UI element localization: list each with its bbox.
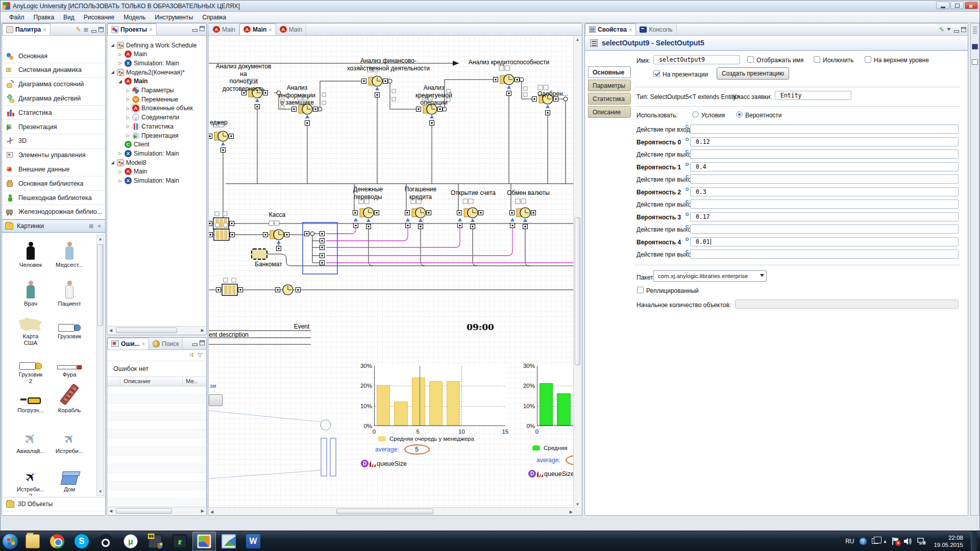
scroll-left-icon[interactable]: ◀ — [210, 510, 213, 514]
create-presentation-button[interactable]: Создать презентацию — [717, 67, 789, 80]
canvas-vscroll-thumb[interactable] — [575, 217, 580, 365]
palette-minimize-icon[interactable] — [91, 27, 96, 32]
picture-item-fighter[interactable]: ✈Истреби... — [50, 426, 89, 455]
taskbar-app-photo-viewer[interactable] — [217, 532, 240, 551]
picture-item-doctor[interactable]: Врач — [11, 279, 50, 307]
action-input[interactable] — [690, 149, 959, 159]
properties-nav-Основные[interactable]: Основные — [588, 66, 631, 78]
checkbox-show-name[interactable] — [747, 56, 754, 63]
radio-Вероятности[interactable] — [736, 111, 743, 118]
palette-section-pictures[interactable]: Картинки ⊞× — [2, 219, 105, 233]
palette-layout-icon[interactable]: ⊞ — [84, 27, 88, 33]
window-stack-icon[interactable] — [872, 538, 878, 544]
tree-expand-icon[interactable]: ▷ — [126, 106, 130, 111]
tab-console[interactable]: Консоль — [636, 23, 676, 35]
tree-item-Defining-a-Work-Schedule[interactable]: ◢Defining a Work Schedule — [110, 41, 197, 49]
chart0-caption[interactable]: D queueSize — [361, 460, 407, 467]
scroll-left-icon[interactable]: ◀ — [109, 509, 112, 513]
tab-projects[interactable]: Проекты × — [107, 23, 157, 35]
tree-expand-icon[interactable]: ▷ — [118, 151, 122, 156]
palette-section[interactable]: Основная библиотека — [2, 177, 105, 191]
errors-maximize-icon[interactable] — [200, 340, 205, 345]
pictures-scrollbar[interactable]: ▲ ▼ — [96, 235, 104, 496]
tree-item-Main[interactable]: ◢AMain — [118, 77, 148, 86]
view-menu-icon[interactable] — [947, 28, 951, 33]
picture-item-ship[interactable]: Корабль — [50, 385, 89, 414]
taskbar-app-chrome[interactable] — [45, 532, 69, 551]
picture-item-map[interactable]: Карта США — [11, 311, 50, 346]
scroll-right-icon[interactable]: ▶ — [201, 509, 204, 513]
action-input[interactable] — [690, 199, 959, 209]
properties-tab-close-icon[interactable]: × — [629, 27, 632, 33]
errors-col-location[interactable]: Ме.. — [183, 377, 206, 386]
scroll-right-icon[interactable]: ▶ — [570, 510, 573, 514]
menu-item-Вид[interactable]: Вид — [59, 13, 79, 22]
scroll-up-icon[interactable]: ▲ — [575, 37, 580, 42]
action-input[interactable] — [690, 124, 959, 134]
tree-item-Simulation-Main[interactable]: ▷XSimulation: Main — [118, 59, 179, 67]
probability-input[interactable]: 0.17 — [690, 212, 959, 221]
action-input[interactable] — [690, 174, 959, 184]
tree-collapse-icon[interactable]: ◢ — [110, 43, 115, 47]
taskbar-app-antivirus[interactable]: 99 — [143, 532, 167, 551]
tree-item-Model8[interactable]: ◢Model8 — [110, 158, 146, 167]
action-center-flag-icon[interactable]: ✕ — [892, 537, 899, 545]
scroll-left-icon[interactable]: ◀ — [109, 328, 112, 333]
errors-tab-close-icon[interactable]: × — [142, 341, 145, 347]
menu-item-Справка[interactable]: Справка — [198, 13, 231, 22]
picture-item-house[interactable]: Дом — [50, 464, 89, 493]
window-maximize-button[interactable] — [950, 2, 964, 9]
network-icon[interactable] — [917, 537, 926, 545]
checkbox-replicated[interactable] — [637, 287, 644, 293]
window-minimize-button[interactable] — [936, 2, 949, 9]
tree-item-Статистика[interactable]: ▷Статистика — [126, 122, 174, 131]
palette-tab-close-icon[interactable]: × — [43, 27, 46, 33]
editor-tab-close-icon[interactable]: × — [268, 27, 272, 33]
palette-section[interactable]: Диаграмма действий — [2, 91, 105, 106]
properties-nav-Статистика[interactable]: Статистика — [588, 93, 631, 105]
help-tray-icon[interactable]: ? — [859, 537, 867, 545]
taskbar-app-steam[interactable] — [94, 532, 118, 551]
name-input[interactable]: selectOutput9 — [653, 55, 740, 64]
new-view-icon[interactable]: ✎ — [939, 26, 944, 33]
tree-item-Соединители[interactable]: ▷₂Соединители — [126, 113, 179, 122]
page-fastview-icon[interactable] — [972, 59, 978, 65]
probability-input[interactable]: 0.3 — [690, 187, 959, 196]
tree-expand-icon[interactable]: ▷ — [118, 169, 122, 174]
palette-section[interactable]: Элементы управления — [2, 148, 105, 163]
palette-section[interactable]: Статистика — [2, 106, 105, 120]
palettes-link-row[interactable]: Палитры... — [2, 511, 105, 515]
volume-icon[interactable] — [903, 537, 912, 545]
probability-input[interactable]: 0.12 — [690, 137, 959, 146]
properties-nav-Параметры[interactable]: Параметры — [588, 80, 631, 91]
menu-item-Правка[interactable]: Правка — [29, 13, 59, 22]
projects-hscrollbar[interactable]: ◀ ▶ — [108, 326, 206, 334]
projects-scroll-thumb[interactable] — [116, 328, 177, 333]
canvas-vscrollbar[interactable]: ▲ ▼ — [573, 36, 581, 508]
taskbar-app-skype[interactable]: S — [70, 532, 93, 551]
pictures-close-icon[interactable]: × — [98, 223, 101, 230]
scroll-right-icon[interactable]: ▶ — [201, 328, 204, 333]
chart1-caption[interactable]: D queueSize1 — [528, 470, 574, 478]
editor-tab-main-2[interactable]: AMain — [276, 23, 306, 35]
errors-menu-icon[interactable]: ▽ — [198, 352, 202, 358]
tree-item-Презентация[interactable]: ▷Презентация — [126, 131, 179, 140]
palette-maximize-icon[interactable] — [99, 27, 104, 32]
scroll-up-icon[interactable]: ▲ — [98, 237, 103, 241]
errors-scroll-thumb[interactable] — [116, 508, 172, 514]
picture-item-truck-yellow[interactable]: Грузовик 2 — [11, 349, 50, 385]
tree-expand-icon[interactable]: ▷ — [126, 97, 130, 102]
picture-item-truck-blue[interactable]: Грузовик — [50, 311, 89, 340]
tree-item-Client[interactable]: CClient — [118, 140, 150, 149]
menu-item-Инструменты[interactable]: Инструменты — [150, 13, 198, 22]
palette-pencil-icon[interactable]: ✎ — [76, 26, 81, 33]
palette-section[interactable]: Железнодорожная библио... — [2, 205, 105, 219]
window-close-button[interactable] — [965, 2, 978, 9]
picture-item-airliner[interactable]: ✈Авиалай... — [11, 426, 50, 455]
pictures-scroll-thumb[interactable] — [97, 244, 103, 326]
tree-expand-icon[interactable]: ▷ — [126, 133, 130, 138]
radio-Условия[interactable] — [692, 111, 699, 118]
tree-item-Main[interactable]: ▷AMain — [118, 167, 147, 176]
properties-minimize-icon[interactable] — [953, 27, 959, 32]
tree-expand-icon[interactable]: ▷ — [118, 179, 122, 183]
